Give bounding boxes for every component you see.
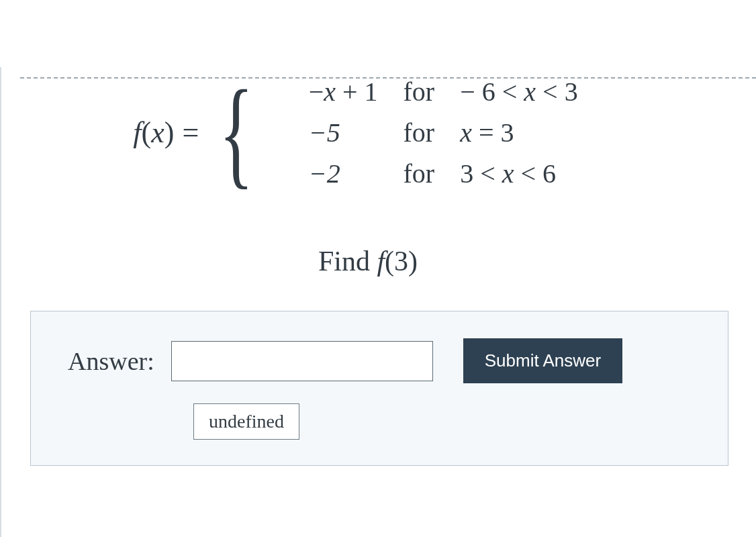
- case-expr: −x + 1: [308, 75, 379, 108]
- case-for: for: [403, 75, 436, 108]
- x-var: x: [151, 115, 164, 150]
- function-lhs: f(x) =: [133, 115, 207, 150]
- case-for: for: [403, 157, 436, 190]
- section-divider: [20, 77, 756, 79]
- prompt-close: ): [408, 246, 418, 277]
- prompt-open: (: [385, 246, 394, 277]
- case-row: −5 for x = 3: [308, 116, 579, 149]
- case-expr: −2: [308, 157, 379, 190]
- case-cond: 3 < x < 6: [459, 157, 578, 190]
- submit-button[interactable]: Submit Answer: [463, 338, 622, 383]
- left-brace: {: [219, 79, 254, 187]
- case-row: −x + 1 for − 6 < x < 3: [308, 75, 579, 108]
- prompt-f: f: [377, 246, 385, 277]
- function-definition: f(x) = { −x + 1 for − 6 < x < 3 −5 for x…: [20, 67, 756, 198]
- case-row: −2 for 3 < x < 6: [308, 157, 579, 190]
- answer-row: Answer: Submit Answer: [68, 338, 701, 383]
- question-prompt: Find f(3): [20, 245, 756, 277]
- case-cond: x = 3: [459, 116, 578, 149]
- open-paren: (: [142, 115, 152, 150]
- f-letter: f: [133, 115, 141, 150]
- case-cond: − 6 < x < 3: [459, 75, 578, 108]
- equals-sign: =: [174, 115, 207, 150]
- answer-label: Answer:: [68, 346, 154, 376]
- find-word: Find: [318, 246, 377, 277]
- close-paren: ): [164, 115, 175, 150]
- case-for: for: [403, 116, 436, 149]
- case-expr: −5: [308, 116, 379, 149]
- secondary-row: undefined: [193, 403, 701, 440]
- answer-input[interactable]: [171, 341, 433, 381]
- problem-page: f(x) = { −x + 1 for − 6 < x < 3 −5 for x…: [0, 67, 756, 537]
- prompt-arg: 3: [394, 246, 408, 277]
- piecewise-cases: −x + 1 for − 6 < x < 3 −5 for x = 3 −2 f…: [284, 67, 603, 198]
- answer-panel: Answer: Submit Answer undefined: [30, 311, 728, 466]
- undefined-button[interactable]: undefined: [193, 403, 299, 440]
